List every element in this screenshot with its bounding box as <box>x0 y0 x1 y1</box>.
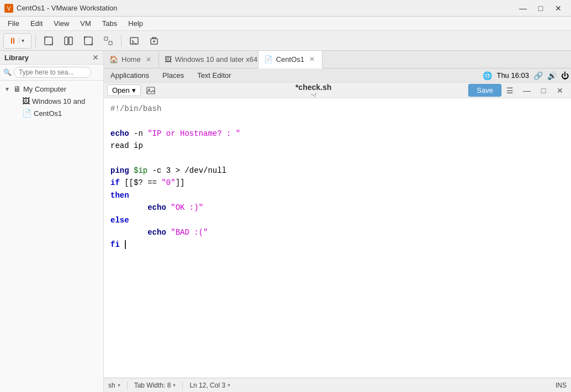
tab-width-status[interactable]: Tab Width: 8 ▾ <box>134 382 176 389</box>
code-line-12: fi <box>110 239 564 251</box>
file-path: ~/ <box>311 92 316 98</box>
vmware-toolbar: ⏸ ▾ <box>0 31 571 51</box>
sidebar-search-bar: 🔍 <box>0 65 103 81</box>
gedit-left-controls: Open ▾ <box>107 84 158 97</box>
menu-help[interactable]: Help <box>123 18 149 29</box>
svg-rect-8 <box>130 38 138 44</box>
network-status-icon[interactable]: 🌐 <box>483 71 492 80</box>
search-icon: 🔍 <box>3 68 12 76</box>
window-minimize-button[interactable]: — <box>519 84 535 97</box>
sidebar-item-windows10[interactable]: 🖼 Windows 10 and <box>9 95 103 107</box>
toolbar-separator-1 <box>35 35 36 47</box>
windows-tab-icon: 🖼 <box>165 55 172 63</box>
sidebar: Library ✕ 🔍 ▼ 🖥 My Computer 🖼 Windows 10… <box>0 51 104 392</box>
sidebar-item-windows10-label: Windows 10 and <box>32 97 99 105</box>
menu-view[interactable]: View <box>48 18 75 29</box>
sidebar-item-my-computer-label: My Computer <box>23 85 99 93</box>
svg-rect-5 <box>84 37 92 45</box>
app-bar-text-editor[interactable]: Text Editor <box>193 70 235 81</box>
tab-centos1-label: CentOs1 <box>276 55 304 63</box>
position-dropdown[interactable]: ▾ <box>228 382 230 388</box>
menu-file[interactable]: File <box>2 18 25 29</box>
sidebar-header: Library ✕ <box>0 51 103 65</box>
open-label: Open <box>112 86 130 94</box>
tab-home-close[interactable]: ✕ <box>144 55 153 64</box>
titlebar-left: V CentOs1 - VMware Workstation <box>4 4 118 13</box>
ins-mode: INS <box>556 382 567 389</box>
menu-edit[interactable]: Edit <box>25 18 48 29</box>
app-bar-places[interactable]: Places <box>158 70 188 81</box>
vm-icon-centos: 📄 <box>22 109 31 118</box>
svg-rect-4 <box>69 37 72 45</box>
tab-width-label: Tab Width: 8 <box>134 382 171 389</box>
switch-view-button[interactable] <box>60 33 77 49</box>
sidebar-title: Library <box>4 54 29 62</box>
app-bar-applications[interactable]: Applications <box>106 70 154 81</box>
open-button[interactable]: Open ▾ <box>107 84 141 96</box>
window-close-button[interactable]: ✕ <box>552 84 568 97</box>
code-line-6: ping $ip -c 3 > /dev/null <box>110 165 564 177</box>
power-status-icon[interactable]: ⏻ <box>561 71 569 80</box>
power-dropdown-arrow[interactable]: ▾ <box>19 38 27 44</box>
home-icon: 🏠 <box>109 55 118 63</box>
power-icon: ⏸ <box>8 36 17 45</box>
code-line-7: if [[$? == "0"]] <box>110 177 564 189</box>
fit-screen-button[interactable] <box>40 33 57 49</box>
sidebar-close-button[interactable]: ✕ <box>92 53 99 62</box>
fullscreen-button[interactable] <box>80 33 97 49</box>
svg-rect-6 <box>104 37 108 40</box>
tab-centos1-close[interactable]: ✕ <box>308 55 316 63</box>
sidebar-item-centos1[interactable]: 📄 CentOs1 <box>9 107 103 119</box>
image-insert-button[interactable] <box>143 84 158 97</box>
network-icon[interactable]: 🔗 <box>533 71 543 80</box>
window-title: CentOs1 - VMware Workstation <box>17 4 118 12</box>
search-input[interactable] <box>14 67 91 78</box>
code-line-5 <box>110 152 564 165</box>
language-status[interactable]: sh ▾ <box>108 382 120 389</box>
menu-vm[interactable]: VM <box>75 18 97 29</box>
position-status[interactable]: Ln 12, Col 3 ▾ <box>189 382 230 389</box>
unity-button[interactable] <box>99 33 117 49</box>
titlebar: V CentOs1 - VMware Workstation — □ ✕ <box>0 0 571 17</box>
svg-rect-3 <box>65 37 68 45</box>
position-label: Ln 12, Col 3 <box>189 382 225 389</box>
content-area: 🏠 Home ✕ 🖼 Windows 10 and later x64 ✕ 📄 … <box>104 51 571 392</box>
tree-arrow-my-computer: ▼ <box>4 86 11 92</box>
open-dropdown-arrow[interactable]: ▾ <box>132 86 136 94</box>
status-separator-1 <box>127 382 128 389</box>
snapshot-button[interactable] <box>145 33 163 49</box>
tab-width-dropdown[interactable]: ▾ <box>173 382 176 388</box>
main-layout: Library ✕ 🔍 ▼ 🖥 My Computer 🖼 Windows 10… <box>0 51 571 392</box>
code-line-9: echo "OK :)" <box>110 202 564 214</box>
svg-rect-13 <box>147 87 155 94</box>
tab-home[interactable]: 🏠 Home ✕ <box>104 51 159 68</box>
vm-icon-windows: 🖼 <box>22 97 30 105</box>
sidebar-item-my-computer[interactable]: ▼ 🖥 My Computer <box>0 83 103 95</box>
minimize-button[interactable]: — <box>515 0 531 17</box>
code-line-4: read ip <box>110 140 564 152</box>
code-editor[interactable]: #!/bin/bash echo -n "IP or Hostname? : "… <box>104 98 571 378</box>
console-button[interactable] <box>125 33 143 49</box>
tab-centos1[interactable]: 📄 CentOs1 ✕ <box>258 51 322 68</box>
tab-home-label: Home <box>121 55 141 63</box>
save-button[interactable]: Save <box>468 84 501 97</box>
audio-icon[interactable]: 🔊 <box>547 71 557 80</box>
hamburger-menu-button[interactable]: ☰ <box>503 84 518 97</box>
window-restore-button[interactable]: □ <box>536 84 551 97</box>
power-button[interactable]: ⏸ ▾ <box>3 33 31 49</box>
status-separator-2 <box>182 382 183 389</box>
code-line-10: else <box>110 214 564 226</box>
svg-text:V: V <box>7 6 11 12</box>
maximize-button[interactable]: □ <box>532 0 549 17</box>
close-button[interactable]: ✕ <box>550 0 567 17</box>
menu-bar: File Edit View VM Tabs Help <box>0 17 571 31</box>
language-dropdown[interactable]: ▾ <box>118 382 120 388</box>
tab-windows10-label: Windows 10 and later x64 <box>175 55 258 63</box>
tab-windows10[interactable]: 🖼 Windows 10 and later x64 ✕ <box>159 51 258 68</box>
menu-tabs[interactable]: Tabs <box>97 18 123 29</box>
clock: Thu 16:03 <box>496 71 529 80</box>
computer-icon: 🖥 <box>13 84 21 93</box>
gedit-right-controls: Save ☰ — □ ✕ <box>468 84 568 97</box>
centos-app-bar: Applications Places Text Editor 🌐 Thu 16… <box>104 68 571 83</box>
vmware-icon: V <box>4 4 13 13</box>
